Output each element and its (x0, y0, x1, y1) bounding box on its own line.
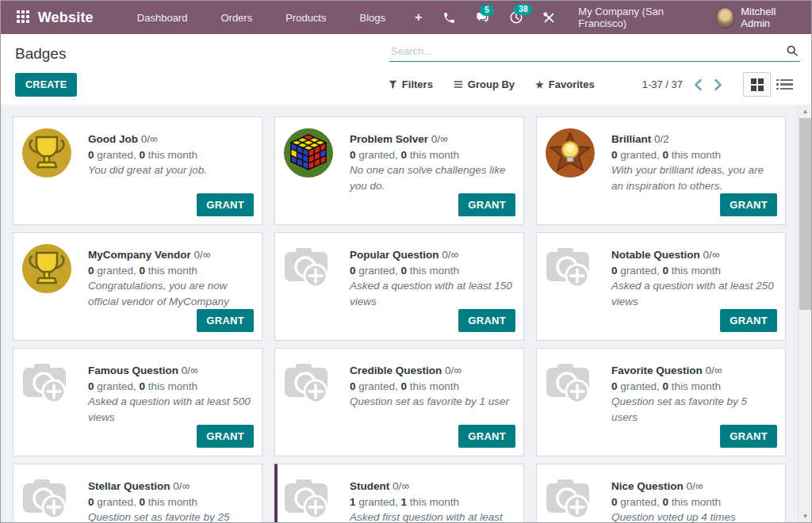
badge-title: Stellar Question (88, 480, 173, 492)
badge-title: Nice Question (611, 480, 687, 492)
filter-funnel-icon (389, 80, 397, 89)
grant-button[interactable]: GRANT (458, 309, 515, 332)
app-name[interactable]: Website (38, 10, 94, 26)
image-placeholder-icon (545, 240, 611, 309)
badge-granted-stats: 0 granted, 0 this month (88, 379, 252, 395)
user-menu[interactable]: Mitchell Admin (716, 6, 802, 29)
badge-title: MyCompany Vendor (88, 249, 194, 261)
badge-title-line: Good Job 0/∞ (88, 131, 252, 147)
badge-card[interactable]: MyCompany Vendor 0/∞ 0 granted, 0 this m… (13, 232, 262, 341)
menu-products[interactable]: Products (269, 1, 343, 34)
badge-count: 0/∞ (173, 480, 190, 492)
messages-count-badge: 5 (480, 5, 494, 16)
badge-count: 0/∞ (706, 365, 722, 376)
scrollbar-up-icon[interactable]: ▲ (799, 105, 812, 117)
tools-icon[interactable] (534, 6, 564, 29)
image-placeholder-icon (545, 356, 611, 425)
image-placeholder-icon (283, 471, 350, 522)
page-title: Badges (15, 45, 66, 63)
menu-blogs[interactable]: Blogs (343, 1, 402, 34)
grant-button[interactable]: GRANT (197, 425, 254, 448)
badge-count: 0/∞ (703, 249, 720, 261)
badge-card[interactable]: Good Job 0/∞ 0 granted, 0 this month You… (13, 116, 262, 225)
image-placeholder-icon (283, 240, 350, 309)
grant-button[interactable]: GRANT (720, 425, 777, 448)
badge-title: Favorite Question (611, 365, 706, 376)
grant-button[interactable]: GRANT (458, 425, 515, 448)
badge-card[interactable]: Problem Solver 0/∞ 0 granted, 0 this mon… (274, 116, 524, 225)
group-by-button[interactable]: Group By (454, 78, 515, 90)
list-view-icon (780, 79, 793, 90)
menu-orders[interactable]: Orders (204, 1, 269, 34)
badge-granted-stats: 0 granted, 0 this month (350, 263, 514, 279)
kanban-view-button[interactable] (743, 72, 771, 97)
badge-description: Asked a question with at least 150 views (350, 278, 514, 309)
image-placeholder-icon (21, 356, 88, 425)
badge-description: Question set as favorite by 25 users (88, 510, 252, 522)
search-icon[interactable] (786, 44, 799, 57)
badge-granted-stats: 0 granted, 0 this month (350, 379, 514, 395)
favorite-star-icon: ★ (535, 79, 544, 90)
trophy-icon (21, 240, 88, 309)
top-navbar: Website Dashboard Orders Products Blogs … (1, 1, 811, 34)
badge-title-line: Brilliant 0/2 (611, 131, 776, 147)
menu-dashboard[interactable]: Dashboard (121, 1, 205, 34)
trophy-icon (21, 124, 88, 181)
badge-description: Asked a question with at least 250 views (611, 278, 776, 309)
search-input[interactable] (391, 45, 786, 57)
phone-icon[interactable] (435, 6, 464, 29)
grant-button[interactable]: GRANT (720, 309, 777, 332)
badge-count: 0/∞ (445, 365, 462, 376)
badge-title-line: Stellar Question 0/∞ (88, 478, 252, 494)
apps-grid-icon[interactable] (17, 10, 30, 25)
badge-description: Congratulations, you are now official ve… (88, 278, 252, 309)
pager-next-icon[interactable] (714, 79, 722, 90)
grant-button[interactable]: GRANT (197, 193, 254, 216)
badge-title-line: Nice Question 0/∞ (611, 478, 776, 494)
messages-icon[interactable]: 5 (467, 6, 498, 29)
badge-title-line: MyCompany Vendor 0/∞ (88, 246, 252, 263)
badge-count: 0/2 (654, 133, 669, 145)
badge-card[interactable]: Stellar Question 0/∞ 0 granted, 0 this m… (13, 464, 262, 522)
badge-description: Question set as favorite by 5 users (611, 394, 776, 425)
image-placeholder-icon (21, 471, 88, 522)
scrollbar-thumb[interactable] (799, 118, 811, 310)
badge-title-line: Popular Question 0/∞ (350, 246, 514, 263)
pager-previous-icon[interactable] (694, 79, 703, 90)
badge-description: You did great at your job. (88, 162, 252, 178)
badge-card[interactable]: Credible Question 0/∞ 0 granted, 0 this … (274, 348, 524, 456)
search-box (389, 42, 800, 62)
badge-granted-stats: 1 granted, 1 this month (350, 494, 514, 510)
badge-card[interactable]: Favorite Question 0/∞ 0 granted, 0 this … (536, 348, 786, 456)
badge-title-line: Famous Question 0/∞ (88, 362, 252, 379)
badge-card[interactable]: Brilliant 0/2 0 granted, 0 this month Wi… (536, 116, 786, 225)
badge-card[interactable]: Popular Question 0/∞ 0 granted, 0 this m… (274, 232, 524, 341)
badge-card[interactable]: Student 0/∞ 1 granted, 1 this month Aske… (274, 464, 524, 522)
new-content-plus-button[interactable]: + (402, 1, 435, 34)
grant-button[interactable]: GRANT (720, 193, 777, 216)
grant-button[interactable]: GRANT (458, 193, 515, 216)
badge-title: Popular Question (350, 249, 442, 261)
scrollbar-down-icon[interactable]: ▼ (799, 510, 812, 522)
badge-card[interactable]: Nice Question 0/∞ 0 granted, 0 this mont… (536, 464, 786, 522)
activities-clock-icon[interactable]: 38 (501, 6, 531, 29)
main-menu: Dashboard Orders Products Blogs + (121, 1, 435, 34)
badge-grid: Good Job 0/∞ 0 granted, 0 this month You… (13, 116, 811, 522)
list-view-button[interactable] (771, 72, 799, 97)
badge-title-line: Credible Question 0/∞ (350, 362, 514, 379)
badge-count: 0/∞ (393, 480, 409, 492)
user-name: Mitchell Admin (741, 6, 799, 29)
vertical-scrollbar[interactable]: ▲ ▼ (798, 105, 811, 522)
badge-count: 0/∞ (194, 249, 211, 261)
brilliant-star-icon (545, 124, 611, 193)
control-panel: Badges CREATE Filters Group By (1, 34, 811, 107)
grant-button[interactable]: GRANT (197, 309, 254, 332)
filters-button[interactable]: Filters (389, 78, 433, 90)
company-switcher[interactable]: My Company (San Francisco) (578, 6, 698, 29)
badge-card[interactable]: Famous Question 0/∞ 0 granted, 0 this mo… (13, 348, 262, 456)
badge-title: Good Job (88, 133, 141, 145)
create-button[interactable]: CREATE (15, 73, 77, 97)
favorites-button[interactable]: ★ Favorites (535, 78, 595, 90)
rubiks-cube-icon (283, 124, 350, 193)
badge-card[interactable]: Notable Question 0/∞ 0 granted, 0 this m… (536, 232, 786, 341)
